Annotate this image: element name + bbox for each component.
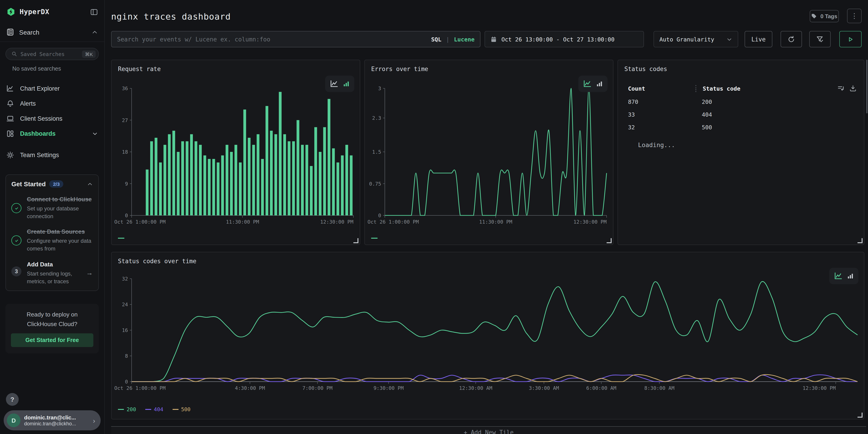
more-menu-button[interactable]: ⋮ [847,9,862,23]
step-number: 3 [11,267,22,276]
get-started-free-button[interactable]: Get Started for Free [11,333,93,347]
sidebar-item-dashboards[interactable]: Dashboards [0,126,104,141]
play-icon [847,36,854,42]
status-codes-time-chart[interactable]: 08162432Oct 26 1:00:00 PM4:30:00 PM7:00:… [114,275,860,393]
get-started-step-add-data[interactable]: 3 Add Data Start sending logs, metrics, … [11,260,93,285]
tile-request-rate: Request rate 09182736Oct 26 1:00:00 PM11… [111,60,360,245]
avatar: D [7,413,21,427]
download-icon[interactable] [849,85,857,92]
sql-toggle[interactable]: SQL [431,36,441,42]
line-chart-icon[interactable] [583,80,591,88]
refresh-button[interactable] [781,31,802,48]
granularity-value: Auto Granularity [659,36,714,42]
user-menu[interactable]: D dominic.tran@clic... dominic.tran@clic… [4,410,101,430]
legend-item-200[interactable]: 200 [118,406,136,412]
bar-chart-icon[interactable] [846,272,854,280]
svg-text:8: 8 [125,353,128,359]
line-chart-icon[interactable] [330,80,338,88]
svg-text:Oct 26 1:00:00 PM: Oct 26 1:00:00 PM [114,385,165,391]
live-button[interactable]: Live [745,31,772,48]
check-circle-icon [11,236,22,246]
help-button[interactable]: ? [6,393,19,406]
tag-icon [811,13,817,19]
filter-icon [816,35,824,43]
get-started-step-connect[interactable]: Connect to ClickHouse Set up your databa… [11,195,93,220]
tile-status-codes: Status codes Count Status code 870 200 3… [618,60,864,245]
scrollbar-thumb[interactable] [866,60,868,114]
svg-text:9: 9 [125,181,128,187]
errors-chart[interactable]: 00.751.52.33Oct 26 1:00:00 PM11:30:00 PM… [367,85,609,226]
column-header-status-code[interactable]: Status code [703,85,741,92]
main-content: nginx traces dashboard 0 Tags ⋮ Search y… [105,0,868,434]
svg-text:12:30:00 PM: 12:30:00 PM [320,219,353,225]
svg-text:27: 27 [122,118,128,123]
tile-title: Status codes [624,66,667,72]
svg-text:3: 3 [378,86,381,91]
get-started-header[interactable]: Get Started 2/3 [11,180,93,188]
deploy-text-line2: ClickHouse Cloud? [11,319,93,329]
svg-text:Oct 26 1:00:00 PM: Oct 26 1:00:00 PM [114,219,165,225]
sidebar-section-search[interactable]: Search [0,17,104,41]
hyperdx-logo-icon [6,7,16,17]
svg-text:4:30:00 PM: 4:30:00 PM [235,385,265,391]
column-header-count[interactable]: Count [628,85,695,92]
request-rate-chart[interactable]: 09182736Oct 26 1:00:00 PM11:30:00 PM12:3… [114,85,356,226]
chevron-right-icon: › [93,416,95,424]
filter-button[interactable] [809,31,831,48]
sidebar: HyperDX Search Saved Searches ⌘K No save… [0,0,105,434]
divider [0,41,104,42]
lucene-toggle[interactable]: Lucene [454,36,474,42]
svg-text:8:30:00 AM: 8:30:00 AM [644,385,674,391]
sidebar-item-team-settings[interactable]: Team Settings [0,148,104,162]
tile-status-codes-over-time: Status codes over time 08162432Oct 26 1:… [111,252,864,420]
bar-chart-icon[interactable] [595,80,603,88]
tile-errors-over-time: Errors over time 00.751.52.33Oct 26 1:00… [364,60,613,245]
loading-text: Loading... [638,141,675,149]
svg-text:12:30:00 PM: 12:30:00 PM [803,385,836,391]
saved-searches-input[interactable]: Saved Searches ⌘K [5,48,99,60]
svg-text:Oct 26 1:00:00 PM: Oct 26 1:00:00 PM [368,219,419,225]
run-query-button[interactable] [839,31,862,48]
table-row: 33 404 [628,111,857,118]
date-range-value: Oct 26 13:00:00 - Oct 27 13:00:00 [501,36,615,42]
sidebar-item-client-sessions[interactable]: Client Sessions [0,111,104,126]
svg-text:1.5: 1.5 [372,149,381,155]
table-row: 870 200 [628,98,857,105]
sidebar-item-chart-explorer[interactable]: Chart Explorer [0,81,104,96]
legend-dash [118,409,124,410]
chevron-up-icon [92,29,98,35]
legend-item-404[interactable]: 404 [145,406,163,412]
svg-text:2.3: 2.3 [372,115,381,121]
step-desc: Configure where your data comes from [27,238,93,253]
event-search-input[interactable]: Search your events w/ Lucene ex. column:… [111,31,480,48]
tile-title: Errors over time [371,66,428,72]
collapse-sidebar-icon[interactable] [90,8,98,16]
add-new-tile-button[interactable]: + Add New Tile [111,426,866,434]
date-range-picker[interactable]: Oct 26 13:00:00 - Oct 27 13:00:00 [485,31,644,48]
table-options-icon[interactable] [837,85,845,92]
granularity-select[interactable]: Auto Granularity [653,31,738,48]
svg-text:11:30:00 PM: 11:30:00 PM [226,219,259,225]
deploy-card: Ready to deploy on ClickHouse Cloud? Get… [5,304,99,353]
arrow-right-icon: → [86,269,93,276]
gear-icon [6,151,14,159]
laptop-icon [6,115,14,123]
svg-text:18: 18 [122,149,128,155]
series-legend-dash [118,238,124,239]
legend-item-500[interactable]: 500 [173,406,191,412]
svg-text:36: 36 [122,86,128,91]
get-started-card: Get Started 2/3 Connect to ClickHouse Se… [5,175,99,291]
svg-text:24: 24 [122,302,128,307]
line-chart-icon[interactable] [834,272,842,280]
get-started-step-sources[interactable]: Create Data Sources Configure where your… [11,227,93,253]
calendar-icon [491,36,497,42]
bar-chart-icon[interactable] [342,80,350,88]
tags-button[interactable]: 0 Tags [810,10,839,22]
column-resize-handle[interactable] [695,85,696,92]
shortcut-badge: ⌘K [82,50,96,58]
saved-searches-placeholder: Saved Searches [21,51,79,57]
chevron-down-icon [92,131,98,136]
sidebar-item-alerts[interactable]: Alerts [0,96,104,111]
legend-dash [145,409,151,410]
svg-text:0: 0 [125,213,128,218]
